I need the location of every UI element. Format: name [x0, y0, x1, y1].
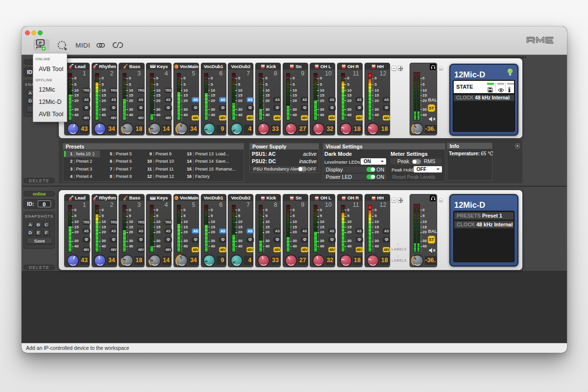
svg-text:IP: IP — [39, 41, 42, 45]
